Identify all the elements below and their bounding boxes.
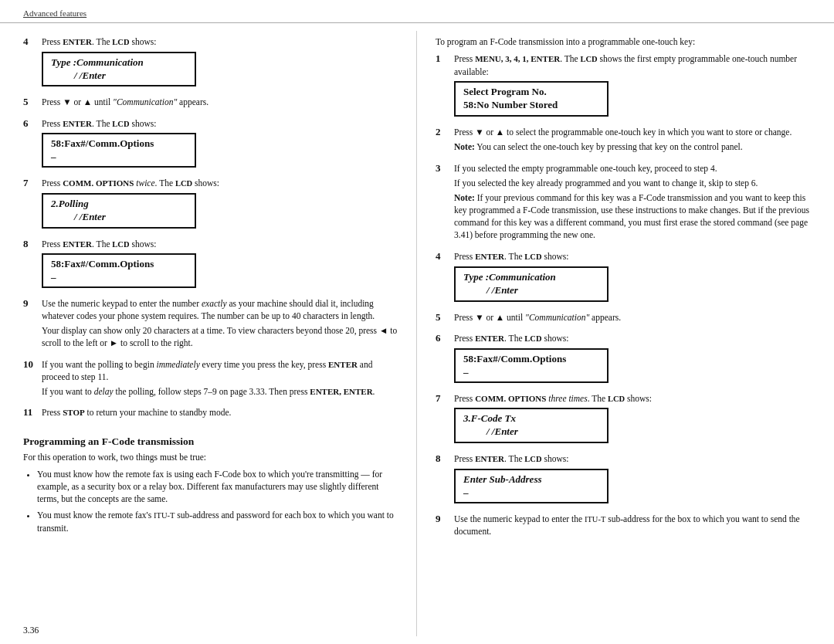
- step-num-r6: 6: [436, 332, 451, 344]
- step-r5-text: Press ▼ or ▲ until "Communication" appea…: [454, 311, 819, 324]
- step-r6-text: Press enter. The LCD shows:: [454, 332, 819, 345]
- step-5-text: Press ▼ or ▲ until "Communication" appea…: [42, 96, 401, 108]
- step-num-r5: 5: [436, 311, 451, 324]
- step-content-8: Press enter. The LCD shows: 58:Fax#/Comm…: [42, 238, 401, 292]
- enter-key-6: enter: [63, 119, 92, 128]
- step-4-left: 4 Press enter. The LCD shows: Type :Comm…: [23, 36, 401, 90]
- step-num-9: 9: [23, 297, 39, 310]
- bullet-item-1: You must know how the remote fax is usin…: [37, 468, 401, 505]
- step-10-left: 10 If you want the polling to begin imme…: [23, 358, 401, 401]
- note-label-r2: Note:: [454, 142, 475, 151]
- lcd-display-r8: Enter Sub-Address –: [454, 469, 609, 503]
- step-num-r3: 3: [436, 162, 451, 175]
- step-num-r9: 9: [436, 513, 451, 525]
- lcd-line2-4: / /Enter: [51, 69, 187, 83]
- step-content-4: Press enter. The LCD shows: Type :Commun…: [42, 36, 401, 90]
- step-num-r1: 1: [436, 53, 451, 65]
- step-r2-text: Press ▼ or ▲ to select the programmable …: [454, 126, 819, 138]
- lcd-line1-6: 58:Fax#/Comm.Options: [51, 137, 187, 151]
- step-11-left: 11 Press stop to return your machine to …: [23, 406, 401, 421]
- step-num-5: 5: [23, 96, 39, 108]
- step-content-r8: Press enter. The LCD shows: Enter Sub-Ad…: [454, 452, 819, 507]
- lcd-line2-r8: –: [463, 486, 599, 499]
- lcd-display-r6: 58:Fax#/Comm.Options –: [454, 348, 609, 383]
- step-r7-text: Press comm. options three times. The LCD…: [454, 392, 819, 405]
- step-3-right: 3 If you selected the empty programmable…: [436, 162, 819, 245]
- step-r3-note: Note: If your previous command for this …: [454, 192, 819, 241]
- lcd-label-r8: LCD: [524, 455, 541, 463]
- stop-key: stop: [63, 408, 85, 417]
- step-9-right: 9 Use the numeric keypad to enter the IT…: [436, 513, 819, 541]
- enter-key-8: enter: [63, 239, 92, 249]
- lcd-label-r7: LCD: [608, 395, 625, 403]
- lcd-line1-7: 2.Polling: [51, 198, 187, 211]
- step-8-left: 8 Press enter. The LCD shows: 58:Fax#/Co…: [23, 238, 401, 292]
- step-num-11: 11: [23, 406, 39, 419]
- lcd-label-8: LCD: [112, 240, 129, 249]
- step-content-r5: Press ▼ or ▲ until "Communication" appea…: [454, 311, 819, 326]
- step-content-r7: Press comm. options three times. The LCD…: [454, 392, 819, 446]
- step-2-right: 2 Press ▼ or ▲ to select the programmabl…: [436, 126, 819, 156]
- left-column: 4 Press enter. The LCD shows: Type :Comm…: [0, 31, 417, 636]
- lcd-label-7: LCD: [175, 179, 192, 188]
- bullet-item-2: You must know the remote fax's ITU-T sub…: [37, 509, 401, 534]
- step-num-r7: 7: [436, 392, 451, 405]
- step-content-r9: Use the numeric keypad to enter the ITU-…: [454, 513, 819, 541]
- communication-em: "Communication": [113, 97, 177, 107]
- step-r9-text: Use the numeric keypad to enter the ITU-…: [454, 513, 819, 538]
- step-content-10: If you want the polling to begin immedia…: [42, 358, 401, 401]
- step-6-left: 6 Press enter. The LCD shows: 58:Fax#/Co…: [23, 117, 401, 171]
- page-number: 3.36: [23, 625, 39, 635]
- immediately-em: immediately: [157, 360, 200, 369]
- step-content-11: Press stop to return your machine to sta…: [42, 406, 401, 421]
- step-8-text: Press enter. The LCD shows:: [42, 238, 401, 251]
- lcd-line1-r6: 58:Fax#/Comm.Options: [463, 353, 599, 366]
- lcd-line1-4: Type :Communication: [51, 56, 187, 69]
- lcd-line2-r6: –: [463, 366, 599, 378]
- step-8-right: 8 Press enter. The LCD shows: Enter Sub-…: [436, 452, 819, 507]
- bullet-list: You must know how the remote fax is usin…: [37, 468, 401, 534]
- section-title: Programming an F-Code transmission: [23, 436, 401, 448]
- step-content-6: Press enter. The LCD shows: 58:Fax#/Comm…: [42, 117, 401, 171]
- step-num-10: 10: [23, 358, 39, 371]
- step-9-left: 9 Use the numeric keypad to enter the nu…: [23, 297, 401, 351]
- step-r2-note: Note: You can select the one-touch key b…: [454, 141, 819, 153]
- lcd-display-r1: Select Program No. 58:No Number Stored: [454, 81, 609, 117]
- section-spacer: [23, 428, 401, 434]
- step-r1-text: Press menu, 3, 4, 1, enter. The LCD show…: [454, 53, 819, 78]
- step-5-right: 5 Press ▼ or ▲ until "Communication" app…: [436, 311, 819, 326]
- step-content-5: Press ▼ or ▲ until "Communication" appea…: [42, 96, 401, 110]
- lcd-label-r1: LCD: [580, 55, 597, 63]
- lcd-display-4: Type :Communication / /Enter: [42, 52, 196, 87]
- step-1-right: 1 Press menu, 3, 4, 1, enter. The LCD sh…: [436, 53, 819, 120]
- step-content-r6: Press enter. The LCD shows: 58:Fax#/Comm…: [454, 332, 819, 386]
- lcd-line2-7: / /Enter: [51, 211, 187, 224]
- lcd-line2-r4: / /Enter: [463, 284, 599, 297]
- three-times-em: three times: [548, 394, 587, 403]
- step-num-r4: 4: [436, 250, 451, 263]
- step-num-4: 4: [23, 36, 39, 48]
- enter-enter-key: enter, enter: [310, 387, 372, 396]
- step-7-text: Press comm. options twice. The LCD shows…: [42, 177, 401, 190]
- step-r4-text: Press enter. The LCD shows:: [454, 250, 819, 263]
- step-11-text: Press stop to return your machine to sta…: [42, 406, 401, 419]
- step-9-text: Use the numeric keypad to enter the numb…: [42, 297, 401, 322]
- step-num-8: 8: [23, 238, 39, 250]
- enter-key-r8: enter: [475, 454, 504, 463]
- lcd-line2-6: –: [51, 151, 187, 163]
- step-content-r4: Press enter. The LCD shows: Type :Commun…: [454, 250, 819, 304]
- lcd-line1-r8: Enter Sub-Address: [463, 473, 599, 486]
- lcd-line2-8: –: [51, 271, 187, 283]
- lcd-label-r4: LCD: [524, 253, 541, 261]
- lcd-line1-8: 58:Fax#/Comm.Options: [51, 258, 187, 271]
- lcd-label-r6: LCD: [524, 334, 541, 343]
- enter-key-r6: enter: [475, 334, 504, 343]
- menu-key: menu, 3, 4, 1, enter: [475, 54, 560, 63]
- step-6-text: Press enter. The LCD shows:: [42, 117, 401, 130]
- step-num-6: 6: [23, 117, 39, 130]
- step-r3-text1: If you selected the empty programmable o…: [454, 162, 819, 175]
- breadcrumb-text: Advanced features: [23, 8, 86, 18]
- lcd-line1-r1: Select Program No.: [463, 86, 599, 99]
- lcd-label-6: LCD: [112, 120, 129, 128]
- section-intro: For this operation to work, two things m…: [23, 451, 401, 463]
